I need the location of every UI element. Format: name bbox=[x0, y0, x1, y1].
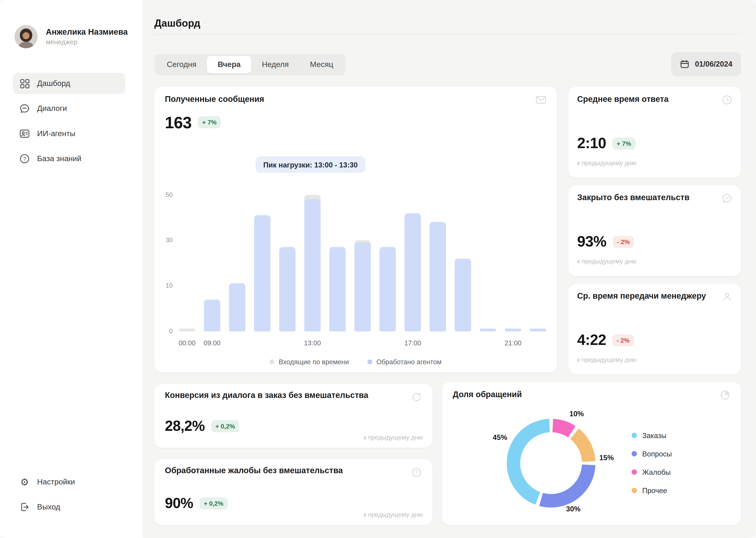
card-title: Закрыто без вмешательств bbox=[577, 193, 689, 203]
legend-dot bbox=[632, 451, 637, 456]
avg-response-time-card: Среднее время ответа 2:10 + 7% к предыду… bbox=[568, 87, 741, 178]
legend-label: Обработано агентом bbox=[376, 358, 442, 366]
y-axis-tick: 0 bbox=[156, 327, 172, 336]
legend-label: Жалобы bbox=[642, 468, 671, 476]
card-caption: к предыдущему дню bbox=[363, 511, 423, 518]
sidebar-item-label: Выход bbox=[37, 503, 60, 511]
sidebar: Анжелика Назмиева менеджер Дашборд bbox=[0, 0, 143, 538]
question-circle-icon: ? bbox=[411, 467, 422, 478]
chart-bar bbox=[254, 215, 270, 331]
chart-bar bbox=[229, 283, 245, 331]
sidebar-item-dashboard[interactable]: Дашборд bbox=[13, 73, 125, 94]
x-axis-tick: 21:00 bbox=[494, 339, 532, 347]
kpi-caption: к предыдущему дню bbox=[577, 356, 636, 363]
chart-bar bbox=[179, 329, 195, 332]
kpi-delta-badge: - 2% bbox=[613, 236, 634, 248]
legend-dot bbox=[632, 488, 637, 493]
share-of-requests-card: Доля обращений 10% 45% 15% 30% Заказы bbox=[442, 382, 741, 525]
question-circle-icon: ? bbox=[19, 153, 30, 164]
x-axis-tick: 13:00 bbox=[293, 339, 332, 347]
main-area: Дашборд Сегодня Вчера Неделя Месяц 01/06… bbox=[143, 0, 756, 538]
legend-item: Жалобы bbox=[632, 466, 672, 477]
legend-item: Входящие по времени bbox=[269, 358, 349, 366]
legend-item: Заказы bbox=[632, 430, 672, 441]
legend-item: Обработано агентом bbox=[367, 358, 442, 366]
svg-text:?: ? bbox=[415, 469, 418, 475]
tab-yesterday[interactable]: Вчера bbox=[207, 56, 251, 73]
x-axis-tick: 17:00 bbox=[393, 339, 432, 347]
tab-today[interactable]: Сегодня bbox=[156, 56, 207, 73]
chart-bar bbox=[454, 258, 471, 332]
chart-bar bbox=[379, 247, 396, 331]
gear-icon: ⚙ bbox=[19, 477, 30, 487]
sidebar-menu: Дашборд Диалоги bbox=[13, 73, 125, 169]
grid-icon bbox=[19, 78, 30, 89]
tab-week[interactable]: Неделя bbox=[251, 56, 299, 73]
manager-handoff-time-card: Ср. время передачи менеджеру 4:22 - 2% к… bbox=[568, 284, 741, 374]
kpi-caption: к предыдущему дню bbox=[577, 159, 636, 166]
chart-bar bbox=[279, 247, 296, 331]
kpi-delta-badge: + 7% bbox=[612, 137, 636, 149]
chat-icon bbox=[19, 103, 30, 114]
donut-label-orders: 45% bbox=[493, 433, 507, 442]
chart-bar bbox=[480, 329, 496, 332]
sidebar-item-logout[interactable]: Выход bbox=[13, 497, 125, 518]
kpi-delta-badge: - 2% bbox=[612, 334, 634, 346]
sidebar-item-label: Дашборд bbox=[37, 79, 70, 88]
x-axis-tick: 09:00 bbox=[193, 339, 231, 347]
conversion-value: 28,2% bbox=[165, 417, 205, 435]
sidebar-item-knowledge-base[interactable]: ? База знаний bbox=[13, 148, 125, 169]
sidebar-item-label: База знаний bbox=[37, 154, 81, 163]
header-divider bbox=[154, 34, 741, 34]
user-name: Анжелика Назмиева bbox=[46, 27, 128, 37]
legend-dot bbox=[367, 359, 372, 364]
conversion-card: Конверсия из диалога в заказ без вмешате… bbox=[154, 384, 433, 448]
kpi-value: 2:10 bbox=[577, 134, 606, 152]
chart-bar bbox=[329, 247, 346, 331]
legend-dot bbox=[632, 433, 637, 438]
bar-chart-plot: 010305000:0009:0013:0017:0021:00 bbox=[154, 87, 557, 372]
complaints-value: 90% bbox=[165, 494, 193, 512]
page-title: Дашборд bbox=[154, 17, 200, 29]
pie-icon bbox=[720, 390, 731, 401]
donut-chart bbox=[505, 417, 597, 509]
date-picker[interactable]: 01/06/2024 bbox=[671, 52, 741, 76]
y-axis-tick: 10 bbox=[156, 281, 172, 290]
messages-card: Полученные сообщения 163 + 7% Пик нагруз… bbox=[154, 87, 557, 372]
svg-text:?: ? bbox=[23, 156, 26, 162]
chart-bar bbox=[204, 299, 220, 332]
sidebar-item-dialogs[interactable]: Диалоги bbox=[13, 98, 125, 119]
sidebar-item-ai-agents[interactable]: ИИ-агенты bbox=[13, 123, 125, 144]
legend-item: Прочее bbox=[632, 485, 672, 496]
period-tabs: Сегодня Вчера Неделя Месяц bbox=[154, 54, 346, 75]
sidebar-footer-menu: ⚙ Настройки Выход bbox=[13, 471, 125, 518]
closed-without-intervention-card: Закрыто без вмешательств 93% - 2% к пред… bbox=[568, 185, 741, 276]
complaints-card: Обработанные жалобы без вмешательства ? … bbox=[154, 459, 433, 525]
kpi-value: 4:22 bbox=[577, 331, 606, 349]
card-title: Доля обращений bbox=[453, 390, 522, 400]
donut-label-questions: 30% bbox=[566, 505, 581, 513]
kpi-value: 93% bbox=[577, 233, 606, 251]
sidebar-item-label: Настройки bbox=[37, 477, 75, 486]
tab-month[interactable]: Месяц bbox=[300, 56, 344, 73]
donut-legend: Заказы Вопросы Жалобы Прочее bbox=[632, 430, 672, 496]
legend-dot bbox=[269, 359, 274, 364]
kpi-caption: к предыдущему дню bbox=[577, 258, 636, 265]
card-title: Ср. время передачи менеджеру bbox=[577, 291, 706, 301]
complaints-delta-badge: + 0,2% bbox=[200, 498, 228, 510]
card-caption: к предыдущему дню bbox=[363, 434, 423, 441]
sidebar-item-settings[interactable]: ⚙ Настройки bbox=[13, 471, 125, 493]
person-icon bbox=[722, 291, 732, 302]
conversion-delta-badge: + 0,2% bbox=[211, 420, 239, 432]
sidebar-item-label: Диалоги bbox=[37, 104, 67, 113]
user-profile[interactable]: Анжелика Назмиева менеджер bbox=[14, 25, 127, 48]
donut-label-complaints: 10% bbox=[569, 409, 584, 418]
chart-bar bbox=[304, 199, 320, 331]
card-title: Среднее время ответа bbox=[577, 94, 668, 104]
chart-bar bbox=[530, 329, 546, 332]
date-value: 01/06/2024 bbox=[695, 60, 732, 69]
legend-label: Входящие по времени bbox=[279, 358, 349, 366]
clock-icon bbox=[722, 94, 732, 105]
refresh-icon bbox=[411, 392, 422, 403]
y-axis-tick: 50 bbox=[156, 190, 172, 199]
